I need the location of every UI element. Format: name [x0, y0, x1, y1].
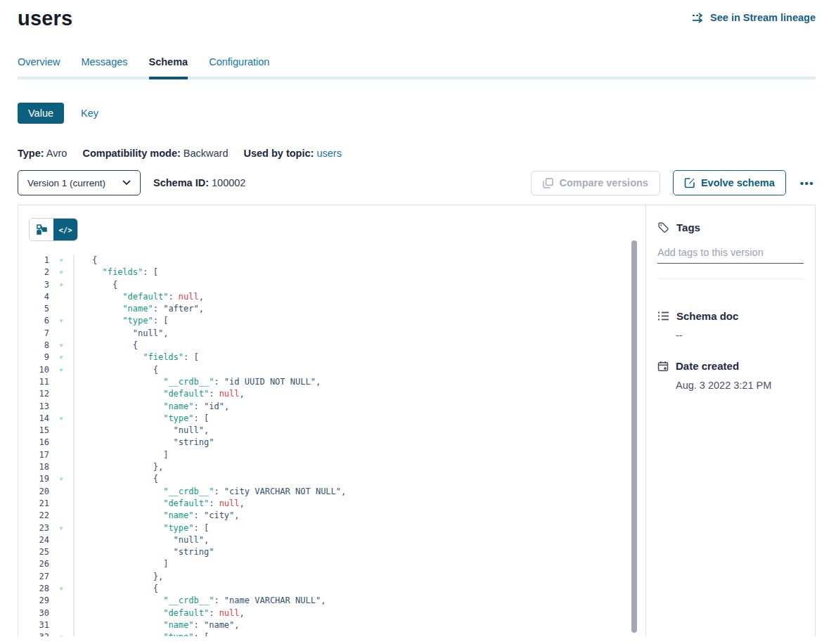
date-created-title: Date created: [676, 360, 739, 372]
more-options-button[interactable]: •••: [799, 174, 816, 192]
tags-section: Tags: [657, 221, 804, 279]
tab-messages[interactable]: Messages: [81, 56, 127, 77]
line-number: 18: [18, 461, 49, 473]
code-text: "default": null,: [75, 607, 245, 619]
fold-toggle-icon[interactable]: ▼: [49, 255, 73, 266]
tag-icon: [657, 221, 669, 233]
version-dropdown-value: Version 1 (current): [27, 178, 105, 188]
line-number: 7: [18, 328, 49, 340]
editor-gutter: 5: [18, 303, 75, 315]
page-title: users: [18, 7, 72, 30]
fold-toggle-icon[interactable]: ▼: [49, 315, 73, 327]
editor-gutter: 27: [18, 571, 75, 583]
code-line: 14▼ "type": [: [18, 413, 645, 425]
line-number: 2: [18, 266, 49, 278]
fold-spacer: [49, 425, 73, 437]
editor-gutter: 22: [18, 510, 75, 522]
code-line: 22 "name": "city",: [18, 510, 645, 522]
fold-toggle-icon[interactable]: ▼: [49, 583, 73, 595]
key-toggle-link[interactable]: Key: [81, 108, 98, 119]
editor-gutter: 20: [18, 486, 75, 498]
code-text: "fields": [: [75, 352, 199, 363]
editor-gutter: 7: [18, 328, 75, 340]
line-number: 19: [18, 473, 49, 485]
code-text: {: [75, 279, 117, 291]
line-number: 16: [18, 437, 49, 449]
fold-spacer: [49, 571, 73, 583]
editor-gutter: 24: [18, 534, 75, 546]
tab-configuration[interactable]: Configuration: [209, 56, 269, 77]
compare-versions-label: Compare versions: [559, 177, 648, 188]
date-created-header: Date created: [657, 360, 804, 372]
compare-versions-icon: [543, 178, 553, 188]
editor-gutter: 3▼: [18, 279, 75, 291]
code-text: "fields": [: [75, 266, 158, 278]
line-number: 1: [18, 255, 49, 266]
editor-gutter: 11: [18, 376, 75, 388]
fold-spacer: [49, 534, 73, 546]
line-number: 29: [18, 595, 49, 607]
lineage-link-label: See in Stream lineage: [710, 12, 816, 23]
compatibility-mode: Compatibility mode: Backward: [82, 148, 228, 159]
line-number: 24: [18, 534, 49, 546]
schema-code-editor[interactable]: 1▼{2▼ "fields": [3▼ {4 "default": null,5…: [18, 255, 645, 636]
fold-toggle-icon[interactable]: ▼: [49, 279, 73, 291]
add-tags-input[interactable]: [657, 245, 804, 264]
code-line: 10▼ {: [18, 364, 645, 376]
editor-gutter: 4: [18, 291, 75, 303]
schema-doc-header: Schema doc: [657, 310, 804, 322]
tab-overview[interactable]: Overview: [18, 56, 60, 77]
evolve-schema-button[interactable]: Evolve schema: [673, 170, 786, 195]
code-view-button[interactable]: </>: [53, 219, 77, 240]
fold-toggle-icon[interactable]: ▼: [49, 352, 73, 363]
code-text: "string": [75, 546, 214, 558]
schema-id-label: Schema ID:: [153, 177, 209, 188]
code-text: "default": null,: [75, 291, 204, 303]
compatibility-mode-value: Backward: [184, 148, 229, 159]
topbar: users See in Stream lineage: [18, 0, 816, 30]
fold-spacer: [49, 437, 73, 449]
line-number: 3: [18, 279, 49, 291]
schema-doc-value: --: [676, 330, 804, 341]
fold-spacer: [49, 498, 73, 510]
code-line: 31 "name": "name",: [18, 619, 645, 631]
schema-meta-row: Type: Avro Compatibility mode: Backward …: [18, 148, 816, 159]
fold-spacer: [49, 376, 73, 388]
line-number: 15: [18, 425, 49, 437]
version-actions: Compare versions Evolve schema •••: [531, 170, 816, 195]
fold-toggle-icon[interactable]: ▼: [49, 473, 73, 485]
fold-spacer: [49, 461, 73, 473]
topic-users-link[interactable]: users: [316, 148, 341, 159]
fold-spacer: [49, 328, 73, 340]
fold-toggle-icon[interactable]: ▼: [49, 364, 73, 376]
code-text: "default": null,: [75, 388, 245, 400]
code-line: 27 },: [18, 571, 645, 583]
tree-view-icon: [37, 224, 47, 235]
editor-scrollbar[interactable]: [631, 240, 637, 633]
code-text: "type": [: [75, 413, 209, 425]
version-toolbar: Version 1 (current) Schema ID: 100002 Co…: [18, 170, 816, 195]
fold-toggle-icon[interactable]: ▼: [49, 266, 73, 278]
code-line: 32▼ "type": [: [18, 631, 645, 636]
tree-view-button[interactable]: [30, 219, 53, 240]
code-line: 18 },: [18, 461, 645, 473]
code-line: 24 "null",: [18, 534, 645, 546]
editor-gutter: 32▼: [18, 631, 75, 636]
line-number: 9: [18, 352, 49, 363]
see-in-stream-lineage-link[interactable]: See in Stream lineage: [692, 12, 816, 23]
line-number: 8: [18, 340, 49, 352]
fold-toggle-icon[interactable]: ▼: [49, 631, 73, 636]
schema-type: Type: Avro: [18, 148, 67, 159]
version-dropdown[interactable]: Version 1 (current): [18, 170, 141, 195]
fold-toggle-icon[interactable]: ▼: [49, 413, 73, 425]
tab-schema[interactable]: Schema: [149, 56, 188, 77]
editor-gutter: 1▼: [18, 255, 75, 266]
code-line: 28▼ {: [18, 583, 645, 595]
value-toggle-button[interactable]: Value: [18, 103, 64, 124]
code-line: 5 "name": "after",: [18, 303, 645, 315]
fold-toggle-icon[interactable]: ▼: [49, 522, 73, 534]
compare-versions-button[interactable]: Compare versions: [531, 171, 660, 195]
fold-toggle-icon[interactable]: ▼: [49, 340, 73, 352]
code-text: },: [75, 571, 163, 583]
code-text: "null",: [75, 425, 209, 437]
